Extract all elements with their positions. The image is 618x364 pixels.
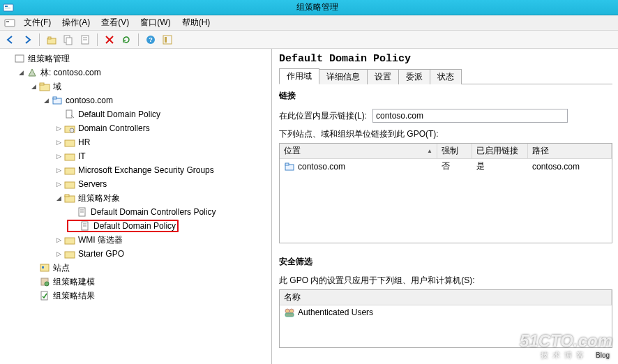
ou-icon <box>64 137 75 148</box>
tree-pane[interactable]: 组策略管理 ◢ 林: contoso.com ◢ <box>0 49 272 364</box>
tab-delegation[interactable]: 委派 <box>398 69 430 84</box>
ou-icon <box>64 165 75 176</box>
tree-gpo-ddp-selected[interactable]: Default Domain Policy <box>67 220 179 232</box>
svg-rect-39 <box>40 264 49 271</box>
detail-heading: Default Domain Policy <box>279 53 612 65</box>
export-button[interactable] <box>160 32 175 47</box>
svg-rect-16 <box>15 55 24 62</box>
col-enabled[interactable]: 已启用链接 <box>472 144 528 159</box>
menu-help[interactable]: 帮助(H) <box>176 15 216 30</box>
expand-icon[interactable]: ▷ <box>54 138 63 146</box>
svg-marker-17 <box>29 69 36 76</box>
links-grid[interactable]: 位置▲ 强制 已启用链接 路径 contoso.com 否 是 contoso.… <box>279 143 612 243</box>
spacer <box>29 264 38 272</box>
links-location-input[interactable] <box>372 109 568 123</box>
table-row[interactable]: Authenticated Users <box>280 305 612 319</box>
separator <box>39 33 40 46</box>
expand-icon[interactable]: ▷ <box>54 166 63 174</box>
tree-label: Default Domain Controllers Policy <box>91 206 216 218</box>
tree-domain[interactable]: ◢ contoso.com <box>42 94 113 107</box>
security-grid[interactable]: 名称 Authenticated Users <box>279 289 612 348</box>
menu-view[interactable]: 查看(V) <box>96 15 135 30</box>
cell-name: Authenticated Users <box>298 308 373 317</box>
expand-icon[interactable]: ▷ <box>54 180 63 188</box>
tree-ou-dc[interactable]: ▷Domain Controllers <box>54 122 150 135</box>
tree-label: 域 <box>53 80 61 93</box>
collapse-icon[interactable]: ◢ <box>54 194 63 202</box>
tree-label: Domain Controllers <box>78 122 150 135</box>
tree-starter[interactable]: ▷Starter GPO <box>54 248 124 260</box>
svg-rect-15 <box>165 37 167 43</box>
tree-domains[interactable]: ◢ 域 <box>29 80 61 93</box>
tree-ou-hr[interactable]: ▷HR <box>54 136 90 149</box>
mmc-icon <box>4 17 15 29</box>
collapse-icon[interactable]: ◢ <box>29 82 38 91</box>
copy-button[interactable] <box>61 32 76 47</box>
results-icon <box>39 290 50 301</box>
forward-button[interactable] <box>20 32 35 47</box>
back-button[interactable] <box>3 32 18 47</box>
tree-gpo-container[interactable]: ◢组策略对象 <box>54 192 120 204</box>
security-section-title: 安全筛选 <box>279 256 612 268</box>
tree-label: WMI 筛选器 <box>78 234 123 246</box>
ou-icon <box>64 179 75 190</box>
help-button[interactable]: ? <box>143 32 158 47</box>
svg-rect-14 <box>163 36 172 44</box>
detail-pane: Default Domain Policy 作用域 详细信息 设置 委派 状态 … <box>272 49 618 364</box>
spacer <box>54 110 63 119</box>
tree-gpo-ddcp[interactable]: Default Domain Controllers Policy <box>67 206 216 218</box>
tree-wmi[interactable]: ▷WMI 筛选器 <box>54 234 123 246</box>
spacer <box>29 291 38 300</box>
refresh-button[interactable] <box>119 32 134 47</box>
svg-rect-3 <box>5 20 15 26</box>
group-icon <box>284 307 295 318</box>
tree-forest[interactable]: ◢ 林: contoso.com <box>17 66 101 79</box>
svg-rect-21 <box>53 97 56 99</box>
svg-rect-4 <box>6 21 9 22</box>
tab-scope[interactable]: 作用域 <box>279 68 319 84</box>
svg-rect-22 <box>66 110 72 118</box>
svg-rect-19 <box>40 83 44 85</box>
svg-rect-6 <box>48 37 51 39</box>
expand-icon[interactable]: ▷ <box>54 124 63 132</box>
menu-action[interactable]: 操作(A) <box>56 15 96 30</box>
up-button[interactable] <box>44 32 59 47</box>
svg-rect-38 <box>65 252 75 258</box>
expand-icon[interactable] <box>4 54 13 63</box>
tree-root[interactable]: 组策略管理 <box>4 52 70 65</box>
tree-modeling[interactable]: 组策略建模 <box>29 275 95 288</box>
expand-icon[interactable]: ▷ <box>54 152 63 160</box>
menu-window[interactable]: 窗口(W) <box>135 15 176 30</box>
tree-gpo-link-ddp[interactable]: Default Domain Policy <box>54 108 160 121</box>
expand-icon[interactable]: ▷ <box>54 250 63 258</box>
links-list-label: 下列站点、域和组织单位链接到此 GPO(T): <box>279 128 439 140</box>
svg-point-47 <box>289 309 294 313</box>
col-location[interactable]: 位置▲ <box>280 144 437 159</box>
folder-icon <box>64 192 75 204</box>
table-row[interactable]: contoso.com 否 是 contoso.com <box>280 159 612 174</box>
collapse-icon[interactable]: ◢ <box>42 96 50 105</box>
tree-results[interactable]: 组策略结果 <box>29 289 95 302</box>
links-grid-body: contoso.com 否 是 contoso.com <box>280 159 612 243</box>
svg-point-42 <box>45 282 49 286</box>
properties-button[interactable] <box>77 32 93 47</box>
tree-ou-mesg[interactable]: ▷Microsoft Exchange Security Groups <box>54 164 214 176</box>
tab-bar: 作用域 详细信息 设置 委派 状态 <box>279 68 612 84</box>
svg-point-24 <box>70 128 74 132</box>
col-path[interactable]: 路径 <box>528 144 612 159</box>
col-enforced[interactable]: 强制 <box>437 144 472 159</box>
ou-icon <box>64 151 75 162</box>
collapse-icon[interactable]: ◢ <box>17 68 25 77</box>
tree-ou-servers[interactable]: ▷Servers <box>54 178 107 190</box>
tab-status[interactable]: 状态 <box>430 69 462 84</box>
menu-file[interactable]: 文件(F) <box>18 15 56 30</box>
delete-button[interactable] <box>102 32 117 47</box>
col-name[interactable]: 名称 <box>280 290 612 305</box>
tree-ou-it[interactable]: ▷IT <box>54 150 86 162</box>
tab-settings[interactable]: 设置 <box>367 69 399 84</box>
domain-icon <box>284 161 295 172</box>
tab-details[interactable]: 详细信息 <box>319 69 368 84</box>
cell-location: contoso.com <box>298 162 345 172</box>
tree-sites[interactable]: 站点 <box>29 261 70 274</box>
expand-icon[interactable]: ▷ <box>54 236 63 244</box>
